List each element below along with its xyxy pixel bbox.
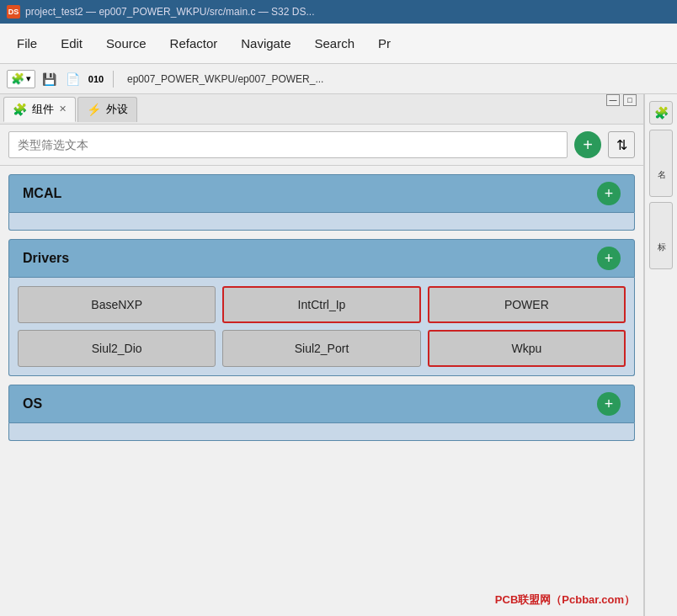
category-drivers-body: BaseNXP IntCtrl_Ip POWER Siul2_Dio Siul2… [8,278,635,376]
tab-components[interactable]: 🧩 组件 ✕ [3,97,76,122]
category-mcal-header: MCAL + [8,174,635,213]
menu-file[interactable]: File [7,31,47,56]
os-add-icon: + [605,396,614,413]
os-add-button[interactable]: + [597,392,621,416]
tab-peripherals-label: 外设 [106,102,128,117]
toolbar-save-icon[interactable]: 💾 [39,69,59,89]
tab-peripherals[interactable]: ⚡ 外设 [77,97,137,122]
right-panel-btn-2[interactable]: 标 [649,202,673,269]
mcal-add-button[interactable]: + [597,182,621,205]
menu-edit[interactable]: Edit [51,31,93,56]
drivers-add-icon: + [605,250,614,268]
title-bar: DS project_test2 — ep007_POWER_WKPU/src/… [0,0,677,24]
tab-components-label: 组件 [32,102,54,117]
left-panel: 🧩 组件 ✕ ⚡ 外设 + ⇅ MCAL [0,94,644,616]
toolbar-save-all-icon[interactable]: 📄 [62,69,83,89]
category-mcal: MCAL + [8,174,635,231]
category-os: OS + [8,385,635,441]
menu-bar: File Edit Source Refactor Navigate Searc… [0,24,677,64]
category-os-title: OS [23,396,42,412]
component-basenxp[interactable]: BaseNXP [18,286,216,323]
menu-refactor[interactable]: Refactor [160,31,228,56]
category-mcal-body [8,213,635,231]
component-siul2-dio[interactable]: Siul2_Dio [18,330,216,367]
window-controls: — □ [606,94,637,106]
category-drivers-title: Drivers [23,251,69,266]
category-mcal-title: MCAL [23,186,61,201]
drivers-add-button[interactable]: + [597,247,621,270]
toolbar-separator [113,71,114,88]
component-intctrl-ip[interactable]: IntCtrl_Ip [222,286,420,323]
component-siul2-port[interactable]: Siul2_Port [222,330,420,367]
filter-input[interactable] [8,131,568,158]
app-icon: DS [7,5,20,19]
toolbar-binary-icon[interactable]: 010 [86,69,106,89]
sort-button[interactable]: ⇅ [608,131,635,158]
menu-pr[interactable]: Pr [368,31,401,56]
component-power[interactable]: POWER [428,286,626,323]
filter-area: + ⇅ [0,125,643,166]
main-area: 🧩 组件 ✕ ⚡ 外设 + ⇅ MCAL [0,94,677,616]
tab-components-close[interactable]: ✕ [59,104,67,114]
menu-navigate[interactable]: Navigate [231,31,301,56]
toolbar-path: ep007_POWER_WKPU/ep007_POWER_... [127,73,323,85]
category-drivers-header: Drivers + [8,239,635,278]
right-panel-icon-1[interactable]: 🧩 [649,101,673,125]
add-component-button[interactable]: + [574,131,601,158]
toolbar-dropdown[interactable]: 🧩 ▾ [7,70,35,88]
component-tab-icon: 🧩 [13,103,27,116]
tab-bar: 🧩 组件 ✕ ⚡ 外设 [0,94,643,125]
minimize-button[interactable]: — [606,94,620,106]
category-os-header: OS + [8,385,635,423]
component-area: MCAL + Drivers + BaseNX [0,166,643,616]
toolbar: 🧩 ▾ 💾 📄 010 ep007_POWER_WKPU/ep007_POWER… [0,64,677,94]
category-drivers: Drivers + BaseNXP IntCtrl_Ip POWER Siul2… [8,239,635,376]
usb-tab-icon: ⚡ [87,103,101,116]
menu-source[interactable]: Source [96,31,157,56]
menu-search[interactable]: Search [304,31,365,56]
maximize-button[interactable]: □ [623,94,637,106]
sort-icon: ⇅ [616,137,627,153]
drivers-component-grid: BaseNXP IntCtrl_Ip POWER Siul2_Dio Siul2… [18,286,626,367]
right-panel: 🧩 名 标 [644,94,677,616]
mcal-add-icon: + [605,185,614,203]
right-panel-btn-1[interactable]: 名 [649,130,673,197]
category-os-body [8,423,635,441]
watermark: PCB联盟网（Pcbbar.com） [495,592,635,608]
component-wkpu[interactable]: Wkpu [428,330,626,367]
add-icon: + [583,135,593,155]
title-text: project_test2 — ep007_POWER_WKPU/src/mai… [25,6,314,18]
